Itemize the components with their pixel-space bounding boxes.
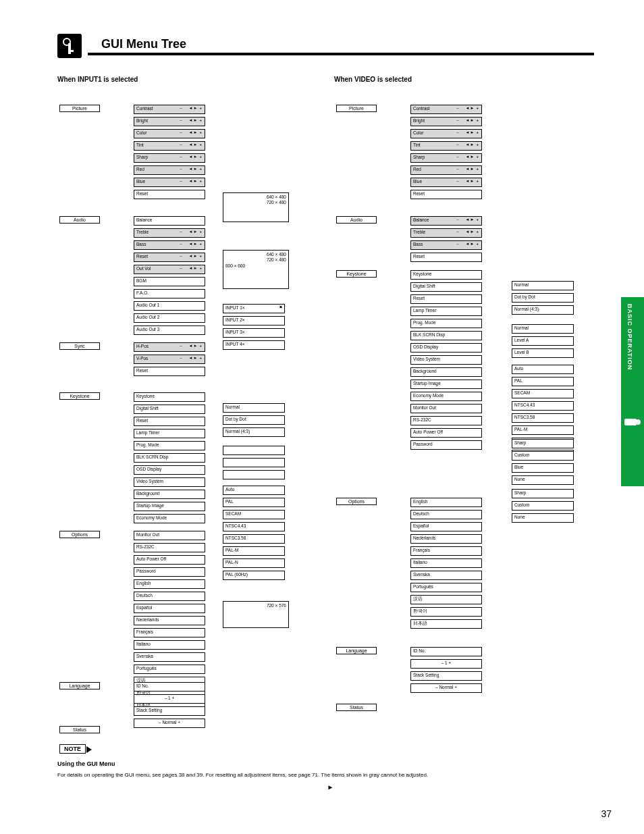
slider-icon: ◄► [457, 118, 479, 122]
menu-item: Stack Setting [410, 671, 482, 681]
menu-item: Video System [410, 355, 482, 365]
left-sub-box-c: 720 × 576 [223, 601, 289, 628]
right-start-subs: Sharp Custom None [512, 489, 574, 523]
sub-item: Auto [512, 365, 574, 374]
slider-icon: ◄► [457, 130, 479, 134]
left-osd-subs [223, 446, 285, 479]
slider-icon: ◄► [457, 167, 479, 171]
menu-item: Reset [134, 417, 205, 426]
menu-item: Auto Power Off [134, 555, 205, 565]
menu-item: Stack Setting [134, 706, 205, 716]
left-sub-box-a: 640 × 480 720 × 480 [223, 192, 289, 222]
menu-item: Digital Shift [134, 405, 205, 414]
sub-item: Dot by Dot [223, 415, 285, 425]
right-prog-subs: Normal Dot by Dot Normal (4:3) [512, 281, 574, 315]
menu-item: Tint◄► [410, 141, 482, 151]
menu-item: Prog. Mode [134, 441, 205, 450]
menu-item: Contrast◄► [410, 105, 482, 114]
menu-item: Reset◄► [134, 253, 205, 262]
projector-icon [623, 412, 642, 431]
cat-button: Keystone [336, 270, 377, 278]
sub-item: NTSC4.43 [512, 401, 574, 411]
right-audio-items: Balance◄► Treble◄► Bass◄► Reset [410, 216, 482, 262]
sub-item: PAL (60Hz) [223, 571, 285, 580]
menu-item: Video System [134, 477, 205, 487]
menu-item: Português [134, 664, 205, 674]
note-text: For details on operating the GUI menu, s… [57, 771, 603, 779]
sub-item [223, 470, 285, 479]
left-audio-items: Balance Treble◄► Bass◄► Reset◄► Out Vol◄… [134, 216, 205, 335]
menu-item: Italiano [410, 558, 482, 568]
slider-icon: ◄► [180, 118, 203, 122]
slider-icon: ◄► [457, 217, 479, 221]
slider-icon: ◄► [180, 155, 203, 159]
menu-item: ID No. [410, 647, 482, 656]
menu-item: Lamp Timer [410, 307, 482, 316]
menu-item: Español [410, 522, 482, 531]
page-title: GUI Menu Tree [101, 37, 186, 51]
menu-item: Background [410, 367, 482, 377]
slider-icon: ◄► [457, 179, 479, 183]
menu-item: – Normal + [134, 719, 205, 728]
menu-item: OSD Display [410, 343, 482, 353]
left-picture-items: Contrast◄► Bright◄► Color◄► Tint◄► Sharp… [134, 105, 205, 199]
cat-button: Audio [59, 216, 100, 224]
menu-item: English [410, 498, 482, 507]
menu-item: Monitor Out [134, 531, 205, 540]
right-osd-subs: Normal Level A Level B [512, 324, 574, 358]
left-sub-box-b: 640 × 480 720 × 480 800 × 600 [223, 250, 289, 289]
note-label: NOTE [59, 744, 86, 754]
menu-item: Audio Out 1 [134, 301, 205, 311]
sub-item: Normal (4:3) [512, 305, 574, 315]
menu-item: Treble◄► [134, 228, 205, 238]
menu-item: Français [134, 628, 205, 637]
slider-icon: ◄► [180, 344, 203, 348]
note-heading: Using the GUI Menu [57, 760, 603, 768]
sub-item: SECAM [223, 510, 285, 519]
menu-item: Monitor Out [410, 404, 482, 413]
cat-button: Language [59, 682, 100, 689]
slider-icon: ◄► [180, 130, 203, 134]
menu-item: Svenska [134, 652, 205, 662]
slider-icon: ◄► [457, 230, 479, 234]
header-video: When VIDEO is selected [334, 76, 412, 83]
menu-item: Español [134, 604, 205, 613]
sub-item: None [512, 475, 574, 485]
menu-item: Startup Image [134, 502, 205, 511]
sub-item: INPUT 3× [223, 328, 285, 338]
sub-item: Custom [512, 501, 574, 511]
menu-item: 日本語 [410, 619, 482, 629]
menu-item: Balance [134, 216, 205, 226]
right-status-items: ID No. – 1 + Stack Setting – Normal + [410, 647, 482, 693]
menu-item: Keystone [134, 392, 205, 402]
menu-item: OSD Display [134, 465, 205, 475]
sub-item: NTSC3.58 [512, 413, 574, 423]
left-prog-subs: Normal Dot by Dot Normal (4:3) [223, 403, 285, 437]
menu-item: English [134, 579, 205, 589]
sub-item: Dot by Dot [512, 293, 574, 303]
slider-icon: ◄► [457, 242, 479, 246]
play-icon: ► [57, 783, 603, 792]
cat-button: Picture [59, 105, 100, 112]
menu-item: Sharp◄► [410, 153, 482, 163]
page-number: 37 [601, 808, 612, 819]
slider-icon: ◄► [457, 155, 479, 159]
menu-item: Svenska [410, 571, 482, 580]
sub-item: Sharp [512, 439, 574, 448]
svg-point-4 [635, 419, 641, 425]
menu-item: Bright◄► [134, 117, 205, 126]
sub-item: NTSC3.58 [223, 534, 285, 544]
sub-item [223, 458, 285, 467]
menu-item: Startup Image [410, 380, 482, 389]
menu-item: Deutsch [410, 510, 482, 519]
sub-item: Normal [223, 403, 285, 413]
menu-item: Digital Shift [410, 282, 482, 292]
sub-item: PAL-M [223, 546, 285, 556]
left-cats: Picture [59, 105, 100, 112]
left-sync-items: H-Pos◄► V-Pos◄► Reset [134, 342, 205, 376]
menu-item: V-Pos◄► [134, 355, 205, 364]
menu-item: Economy Mode [134, 514, 205, 523]
sub-item: PAL-M [512, 425, 574, 435]
menu-item: Red◄► [134, 165, 205, 175]
sub-item: INPUT 2× [223, 316, 285, 325]
